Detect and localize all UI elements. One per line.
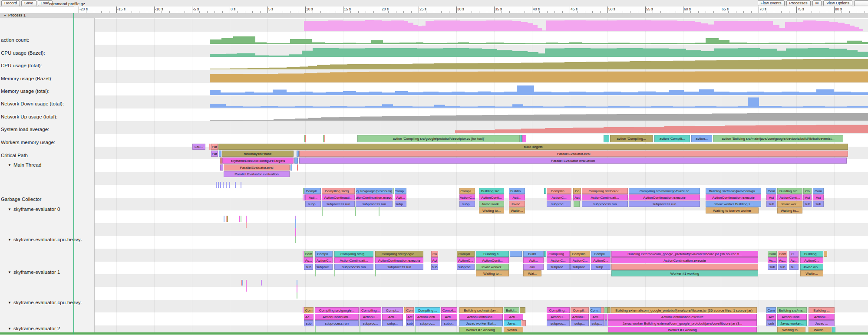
- trace-slice[interactable]: ActionC...: [547, 257, 570, 263]
- trace-mark[interactable]: [315, 269, 316, 276]
- trace-slice[interactable]: Building src...: [777, 188, 802, 194]
- trace-mark[interactable]: [235, 182, 236, 188]
- trace-slice[interactable]: subprocess.run: [315, 320, 359, 326]
- trace-slice[interactable]: Compilin...: [570, 251, 590, 257]
- trace-slice[interactable]: [297, 151, 299, 157]
- trace-slice[interactable]: subprocess.run: [375, 264, 423, 270]
- trace-slice[interactable]: Building src/main/jav...: [459, 307, 503, 313]
- trace-mark[interactable]: [226, 216, 227, 222]
- trace-slice[interactable]: subproc...: [457, 264, 475, 270]
- trace-mark[interactable]: [229, 182, 230, 188]
- trace-mark[interactable]: [218, 182, 219, 188]
- trace-slice[interactable]: [832, 327, 835, 333]
- trace-slice[interactable]: [209, 144, 211, 150]
- trace-slice[interactable]: [824, 251, 827, 257]
- trace-mark[interactable]: [415, 325, 416, 332]
- trace-slice[interactable]: subp...: [441, 320, 457, 326]
- trace-slice[interactable]: Buildin...: [509, 188, 525, 194]
- trace-slice[interactable]: ActionC...: [457, 257, 475, 263]
- trace-slice[interactable]: Waitin...: [504, 327, 523, 333]
- trace-slice[interactable]: [324, 135, 325, 142]
- trace-slice[interactable]: Act: [803, 194, 812, 200]
- trace-slice[interactable]: Com: [813, 188, 824, 194]
- trace-slice[interactable]: subproc...: [360, 320, 381, 326]
- trace-slice[interactable]: sub: [406, 320, 414, 326]
- trace-mark[interactable]: [297, 292, 297, 299]
- trace-slice[interactable]: ActionContinuation.execute: [706, 194, 761, 200]
- trace-slice[interactable]: Compil...: [459, 188, 475, 194]
- trace-slice[interactable]: buildTargets: [218, 144, 848, 150]
- trace-slice[interactable]: sub: [813, 201, 824, 207]
- trace-slice[interactable]: Compiling src/main/cpp/blaze.cc: [629, 188, 700, 194]
- trace-slice[interactable]: action 'Building src/main/java/com/googl…: [713, 135, 843, 142]
- trace-slice[interactable]: Act: [813, 194, 824, 200]
- trace-slice[interactable]: Acti...: [441, 314, 457, 320]
- trace-slice[interactable]: subproc...: [547, 320, 570, 326]
- save-button[interactable]: Save: [21, 0, 36, 6]
- trace-slice[interactable]: sub: [431, 264, 438, 270]
- trace-slice[interactable]: [574, 201, 580, 207]
- trace-slice[interactable]: subp...: [305, 201, 321, 207]
- trace-slice[interactable]: [303, 194, 304, 200]
- trace-slice[interactable]: [393, 188, 394, 194]
- trace-slice[interactable]: Waiting to...: [777, 207, 802, 213]
- trace-mark[interactable]: [295, 216, 296, 219]
- track-label-main-thread[interactable]: ▼Main Thread: [1, 162, 41, 168]
- trace-slice[interactable]: action 'Compili...: [654, 135, 690, 142]
- trace-slice[interactable]: su...: [789, 264, 799, 270]
- trace-mark[interactable]: [224, 216, 224, 222]
- trace-mark[interactable]: [220, 182, 221, 188]
- trace-slice[interactable]: Acti...: [523, 257, 544, 263]
- processes-button[interactable]: Processes: [786, 0, 811, 6]
- trace-mark[interactable]: [242, 280, 243, 286]
- trace-slice[interactable]: Waiting to borrow worker: [706, 207, 759, 213]
- trace-slice[interactable]: Co: [803, 188, 812, 194]
- trace-slice[interactable]: [522, 135, 526, 142]
- trace-slice[interactable]: Compil...: [315, 251, 333, 257]
- trace-slice[interactable]: Compiling src/core/...: [582, 188, 628, 194]
- trace-slice[interactable]: Par: [211, 144, 218, 150]
- trace-slice[interactable]: sub: [304, 264, 313, 270]
- trace-slice[interactable]: Building external/com_google_protobuf/ja…: [611, 307, 757, 313]
- trace-slice[interactable]: sub: [803, 201, 812, 207]
- trace-slice[interactable]: [294, 158, 298, 164]
- trace-mark[interactable]: [379, 207, 380, 216]
- trace-mark[interactable]: [322, 207, 323, 216]
- collapse-arrow-icon[interactable]: ▼: [8, 270, 11, 274]
- trace-slice[interactable]: Compiling...: [547, 307, 570, 313]
- trace-mark[interactable]: [241, 216, 241, 222]
- trace-slice[interactable]: Building src/main/java/com/go...: [706, 188, 761, 194]
- trace-slice[interactable]: ActionContinuation.execute: [629, 194, 700, 200]
- trace-mark[interactable]: [261, 280, 262, 286]
- trace-slice[interactable]: Compiling ...: [415, 307, 440, 313]
- trace-slice[interactable]: subp...: [571, 320, 589, 326]
- trace-slice[interactable]: Com: [304, 307, 314, 313]
- trace-slice[interactable]: ActionC...: [800, 257, 823, 263]
- trace-slice[interactable]: ActionC...: [547, 194, 571, 200]
- trace-slice[interactable]: [544, 188, 546, 194]
- trace-slice[interactable]: Compiling src/google...: [375, 251, 423, 257]
- collapse-arrow-icon[interactable]: ▼: [8, 238, 11, 242]
- trace-slice[interactable]: action...: [691, 135, 712, 142]
- trace-slice[interactable]: Compiling src/google...: [315, 307, 359, 313]
- trace-slice[interactable]: Com: [304, 251, 313, 257]
- trace-slice[interactable]: ActionContinuation.execute: [608, 314, 757, 320]
- timeline-ruler[interactable]: -20 s-15 s-10 s-5 s0 s5 s10 s15 s20 s25 …: [74, 7, 868, 13]
- trace-slice[interactable]: [304, 194, 305, 200]
- track-label-skyframe-evaluator-0[interactable]: ▼skyframe-evaluator 0: [1, 207, 60, 212]
- collapse-arrow-icon[interactable]: ▼: [8, 163, 11, 167]
- trace-slice[interactable]: Compil...: [441, 307, 457, 313]
- trace-slice[interactable]: Acti...: [382, 314, 403, 320]
- trace-slice[interactable]: [521, 320, 526, 326]
- trace-slice[interactable]: ActionC...: [570, 257, 590, 263]
- trace-slice[interactable]: Waiting to...: [476, 270, 509, 276]
- trace-slice[interactable]: Acti...: [590, 314, 604, 320]
- trace-slice[interactable]: Compiling src/google/protobuf/generat...: [356, 188, 393, 194]
- trace-slice[interactable]: C...: [789, 251, 799, 257]
- collapse-arrow-icon[interactable]: ▼: [8, 207, 11, 211]
- collapse-arrow-icon[interactable]: ▼: [8, 327, 11, 331]
- trace-slice[interactable]: Compiling ...: [547, 251, 570, 257]
- trace-slice[interactable]: ActionConti...: [479, 194, 504, 200]
- trace-slice[interactable]: Act: [431, 257, 438, 263]
- trace-slice[interactable]: [611, 264, 758, 270]
